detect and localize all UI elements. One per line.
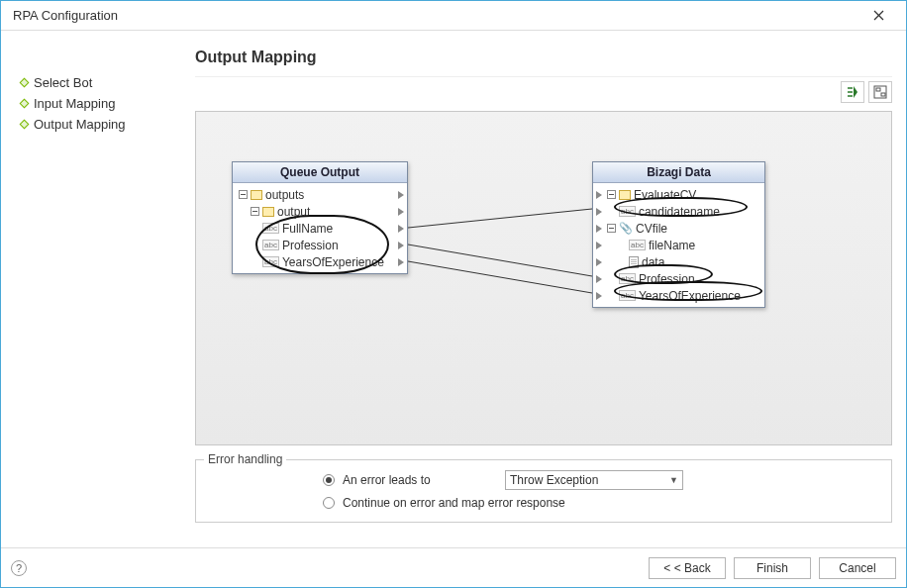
help-icon: ? — [16, 562, 22, 574]
radio-continue-on-error[interactable] — [323, 497, 335, 509]
text-field-icon: abc — [629, 240, 646, 250]
tree-node-fullname[interactable]: abc FullName — [233, 220, 407, 237]
text-field-icon: abc — [262, 240, 279, 250]
collapse-icon[interactable] — [251, 207, 259, 216]
error-handling-group: Error handling An error leads to Throw E… — [195, 459, 892, 523]
input-port-icon[interactable] — [596, 275, 602, 283]
window-title: RPA Configuration — [13, 8, 118, 23]
sidebar-item-input-mapping[interactable]: Input Mapping — [15, 93, 195, 114]
fieldset-legend: Error handling — [204, 452, 286, 466]
tree-node-profession[interactable]: abc Profession — [593, 270, 764, 287]
sidebar-item-output-mapping[interactable]: Output Mapping — [15, 114, 195, 135]
node-label: Profession — [639, 272, 695, 286]
wizard-sidebar: Select Bot Input Mapping Output Mapping — [15, 49, 195, 543]
sidebar-item-label: Output Mapping — [34, 117, 126, 132]
sidebar-item-label: Input Mapping — [34, 96, 115, 111]
tree-node-cvfile[interactable]: 📎 CVfile — [593, 220, 764, 237]
svg-rect-7 — [876, 88, 880, 91]
input-port-icon[interactable] — [596, 225, 602, 233]
page-title: Output Mapping — [195, 49, 892, 66]
file-icon — [629, 256, 639, 268]
titlebar: RPA Configuration — [1, 1, 906, 31]
node-label: Profession — [282, 239, 339, 252]
output-port-icon[interactable] — [398, 258, 404, 266]
diamond-icon — [20, 99, 30, 109]
tree-node-candidatename[interactable]: abc candidatename — [593, 203, 764, 220]
diamond-icon — [20, 120, 30, 130]
diamond-icon — [20, 78, 30, 88]
tree-node-output[interactable]: output — [233, 203, 407, 220]
finish-button[interactable]: Finish — [734, 557, 811, 579]
radio-label: Continue on error and map error response — [343, 496, 565, 510]
radio-label: An error leads to — [343, 473, 491, 487]
back-button[interactable]: < < Back — [649, 557, 726, 579]
node-label: candidatename — [639, 205, 720, 219]
tree-node-yearsofexperience[interactable]: abc YearsOfExperience — [233, 253, 407, 270]
text-field-icon: abc — [619, 273, 636, 284]
auto-map-button[interactable] — [841, 81, 864, 103]
dialog-footer: ? < < Back Finish Cancel — [1, 547, 906, 587]
tree-node-filename[interactable]: abc fileName — [593, 237, 764, 253]
mapping-canvas[interactable]: Queue Output outputs output — [195, 111, 892, 445]
main-pane: Output Mapping — [195, 49, 892, 543]
queue-output-tree: outputs output abc FullName — [233, 183, 407, 273]
error-action-select[interactable]: Throw Exception ▼ — [505, 470, 683, 490]
entity-icon — [619, 190, 631, 200]
output-port-icon[interactable] — [398, 225, 404, 233]
node-label: CVfile — [636, 222, 667, 236]
node-label: outputs — [265, 188, 304, 202]
collapse-icon[interactable] — [239, 190, 248, 199]
node-label: output — [277, 205, 310, 219]
tree-node-data[interactable]: data — [593, 253, 764, 270]
canvas-toolbar — [195, 76, 892, 105]
node-label: data — [642, 255, 664, 269]
queue-output-panel[interactable]: Queue Output outputs output — [232, 161, 408, 274]
sidebar-item-label: Select Bot — [34, 75, 92, 90]
help-button[interactable]: ? — [11, 560, 27, 576]
tree-node-yearsofexperience[interactable]: abc YearsOfExperience — [593, 287, 764, 304]
node-label: YearsOfExperience — [639, 289, 741, 303]
svg-line-11 — [408, 261, 592, 293]
input-port-icon[interactable] — [596, 242, 602, 249]
tree-node-profession[interactable]: abc Profession — [233, 237, 407, 253]
text-field-icon: abc — [619, 290, 636, 301]
input-port-icon[interactable] — [596, 191, 602, 199]
output-port-icon[interactable] — [398, 242, 404, 249]
collapse-icon[interactable] — [607, 224, 616, 233]
attachment-icon: 📎 — [619, 222, 633, 235]
node-label: FullName — [282, 222, 333, 236]
folder-icon — [262, 207, 274, 217]
chevron-down-icon: ▼ — [669, 475, 678, 485]
close-icon — [873, 10, 884, 21]
text-field-icon: abc — [262, 223, 279, 234]
output-port-icon[interactable] — [398, 208, 404, 216]
node-label: EvaluateCV — [634, 188, 696, 202]
text-field-icon: abc — [262, 256, 279, 267]
radio-row-error-leads-to: An error leads to Throw Exception ▼ — [323, 470, 883, 490]
input-port-icon[interactable] — [596, 208, 602, 216]
node-label: fileName — [649, 239, 695, 252]
select-value: Throw Exception — [510, 473, 598, 487]
auto-map-icon — [846, 85, 859, 99]
input-port-icon[interactable] — [596, 292, 602, 300]
panel-title: Bizagi Data — [593, 162, 764, 183]
tree-node-outputs[interactable]: outputs — [233, 186, 407, 203]
svg-rect-8 — [881, 93, 885, 96]
tree-node-evaluatecv[interactable]: EvaluateCV — [593, 186, 764, 203]
content-area: Select Bot Input Mapping Output Mapping … — [1, 31, 906, 547]
bizagi-data-panel[interactable]: Bizagi Data EvaluateCV — [592, 161, 765, 308]
cancel-button[interactable]: Cancel — [819, 557, 896, 579]
collapse-icon[interactable] — [607, 190, 616, 199]
input-port-icon[interactable] — [596, 258, 602, 266]
svg-line-9 — [408, 209, 592, 228]
close-button[interactable] — [857, 2, 900, 30]
svg-marker-5 — [854, 86, 857, 98]
svg-line-10 — [408, 245, 592, 276]
bizagi-data-tree: EvaluateCV abc candidatename — [593, 183, 764, 307]
folder-icon — [251, 190, 262, 200]
sidebar-item-select-bot[interactable]: Select Bot — [15, 72, 195, 93]
layout-button[interactable] — [868, 81, 892, 103]
output-port-icon[interactable] — [398, 191, 404, 199]
radio-error-leads-to[interactable] — [323, 474, 335, 486]
text-field-icon: abc — [619, 206, 636, 217]
